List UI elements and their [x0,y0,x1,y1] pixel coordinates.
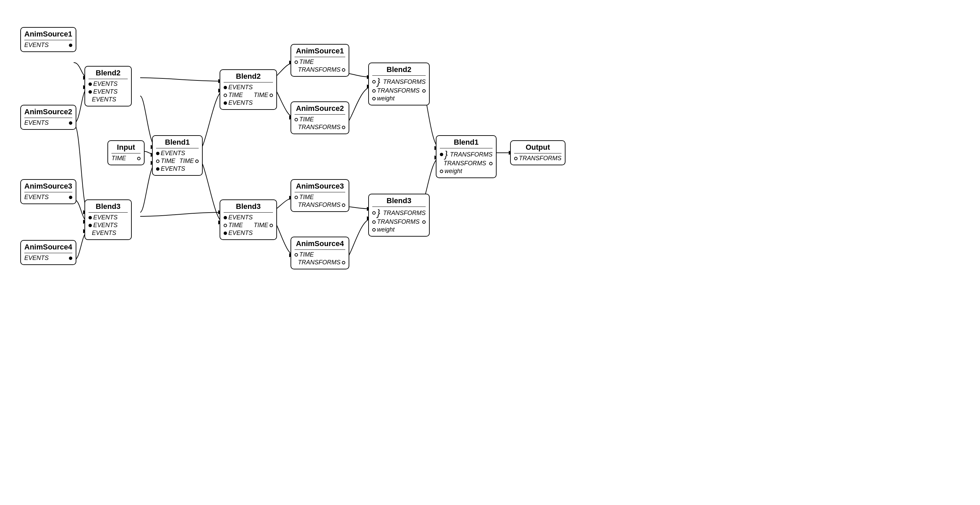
node-animsource3-right[interactable]: AnimSource3 TIME TRANSFORMS [291,179,349,212]
port-time-out: TIME [111,155,140,162]
port-transforms: TRANSFORMS [294,259,345,266]
node-title: AnimSource2 [24,107,72,118]
node-title: AnimSource4 [24,243,72,253]
node-animsource1-left[interactable]: AnimSource1 EVENTS [20,27,76,52]
node-input[interactable]: Input TIME [107,140,145,165]
port-time: TIME [294,251,345,258]
port-time: TIME [294,116,345,123]
port-events-in-1: EVENTS [89,80,128,88]
port-time-in-out: TIME TIME [224,92,273,99]
node-graph-canvas: AnimSource1 EVENTS AnimSource2 EVENTS An… [0,0,980,505]
node-title: Blend2 [89,69,128,79]
node-blend2-right[interactable]: Blend2 } TRANSFORMS TRANSFORMS weight [368,62,430,105]
node-animsource1-right[interactable]: AnimSource1 TIME TRANSFORMS [291,44,349,77]
node-blend3-middle[interactable]: Blend3 EVENTS TIME TIME EVENTS [220,199,277,240]
node-title: AnimSource3 [24,182,72,192]
port-transforms-in-2: TRANSFORMS [372,87,426,94]
node-animsource3-left[interactable]: AnimSource3 EVENTS [20,179,76,204]
node-title: AnimSource2 [294,104,345,115]
node-blend1-right[interactable]: Blend1 } TRANSFORMS TRANSFORMS weight [436,135,496,178]
port-transforms: TRANSFORMS [294,124,345,131]
port-time-in-out: TIME TIME [224,222,273,229]
port-transforms-in: TRANSFORMS [514,155,562,162]
node-title: Blend2 [372,65,426,76]
port-transforms-in-2: TRANSFORMS [440,160,493,167]
port-events-in-3: EVENTS [89,229,128,237]
port-transforms-in-2: TRANSFORMS [372,218,426,225]
port-events-in-2: EVENTS [156,165,199,172]
port-events-out: EVENTS [24,255,72,261]
port-time: TIME [294,59,345,65]
port-events-in-2: EVENTS [89,222,128,229]
port-events-in: EVENTS [224,214,273,221]
port-events-in-3: EVENTS [89,96,128,103]
node-title: Blend2 [224,72,273,83]
port-weight: weight [440,168,493,175]
node-title: Output [514,143,562,153]
node-blend2-middle[interactable]: Blend2 EVENTS TIME TIME EVENTS [220,69,277,110]
port-transforms-in-1: } TRANSFORMS [372,77,426,86]
port-events-in-2: EVENTS [224,229,273,237]
port-transforms: TRANSFORMS [294,66,345,73]
port-events-in-1: EVENTS [156,150,199,157]
port-events-in-2: EVENTS [224,99,273,107]
port-events-in-2: EVENTS [89,88,128,95]
port-transforms-in-1: } TRANSFORMS [372,208,426,218]
node-blend2-left[interactable]: Blend2 EVENTS EVENTS EVENTS [84,66,132,107]
node-blend3-right[interactable]: Blend3 } TRANSFORMS TRANSFORMS weight [368,194,430,237]
node-title: AnimSource3 [294,182,345,192]
node-title: AnimSource1 [294,47,345,57]
port-events-in: EVENTS [224,84,273,91]
port-time-in-out: TIME TIME [156,158,199,165]
node-output[interactable]: Output TRANSFORMS [510,140,565,165]
node-title: Blend3 [89,202,128,213]
port-weight: weight [372,95,426,102]
connections-layer [0,0,980,505]
port-time: TIME [294,194,345,201]
node-animsource2-right[interactable]: AnimSource2 TIME TRANSFORMS [291,101,349,134]
port-events-out: EVENTS [24,41,72,49]
port-transforms-in-1: } TRANSFORMS [440,150,493,159]
port-events-out: EVENTS [24,119,72,126]
node-title: Input [111,143,140,153]
port-weight: weight [372,226,426,233]
node-title: AnimSource1 [24,30,72,40]
node-title: Blend1 [156,138,199,148]
node-blend3-left[interactable]: Blend3 EVENTS EVENTS EVENTS [84,199,132,240]
node-title: Blend1 [440,138,493,148]
node-title: AnimSource4 [294,239,345,250]
node-blend1-middle[interactable]: Blend1 EVENTS TIME TIME EVENTS [152,135,203,176]
node-animsource4-left[interactable]: AnimSource4 EVENTS [20,240,76,265]
port-transforms: TRANSFORMS [294,201,345,209]
port-events-out: EVENTS [24,194,72,201]
port-events-in-1: EVENTS [89,214,128,221]
node-title: Blend3 [224,202,273,213]
node-title: Blend3 [372,196,426,207]
node-animsource4-right[interactable]: AnimSource4 TIME TRANSFORMS [291,237,349,269]
node-animsource2-left[interactable]: AnimSource2 EVENTS [20,105,76,130]
